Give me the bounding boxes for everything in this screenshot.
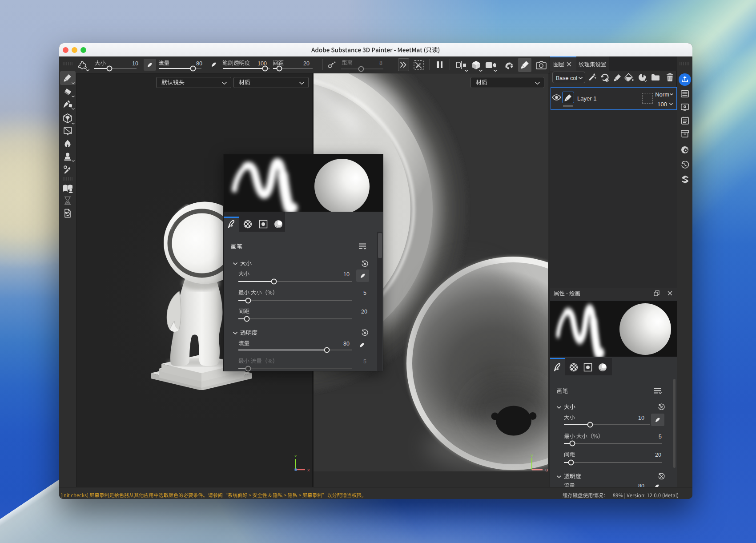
svg-text:V: V [531, 454, 533, 458]
svg-text:X: X [307, 468, 310, 472]
svg-text:Y: Y [294, 454, 297, 458]
